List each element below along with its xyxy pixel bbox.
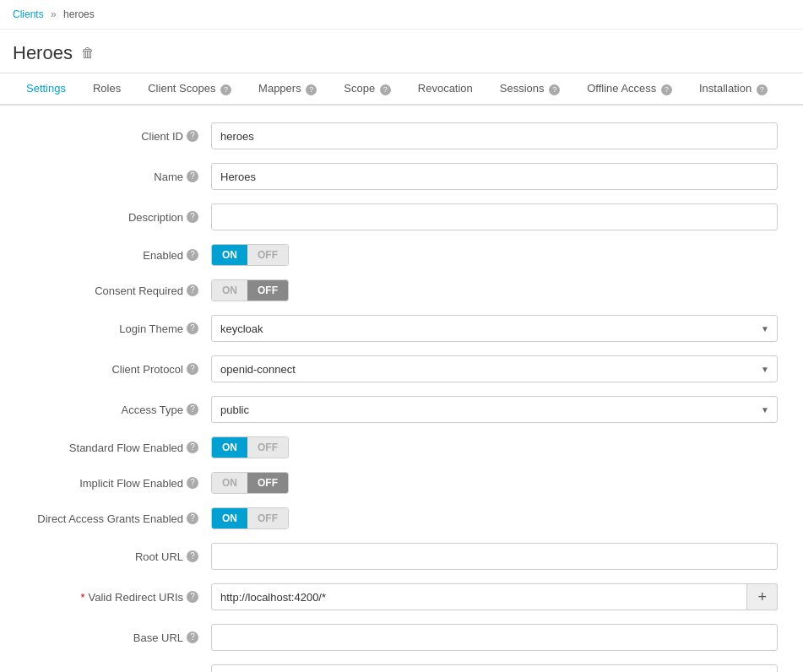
direct-access-toggle-on: ON — [212, 508, 247, 528]
valid-redirect-uris-add-button[interactable]: + — [747, 583, 778, 610]
standard-flow-help-icon[interactable]: ? — [187, 442, 198, 453]
root-url-label: Root URL ? — [25, 550, 211, 563]
name-label: Name ? — [25, 171, 211, 183]
base-url-row: Base URL ? — [25, 624, 778, 651]
valid-redirect-help-icon[interactable]: ? — [187, 591, 198, 603]
standard-flow-toggle[interactable]: ON OFF — [211, 436, 289, 458]
client-protocol-help-icon[interactable]: ? — [187, 363, 198, 375]
implicit-flow-toggle-off: OFF — [247, 473, 288, 493]
offline-access-help-icon: ? — [661, 84, 672, 95]
tab-settings[interactable]: Settings — [13, 73, 79, 106]
client-scopes-help-icon: ? — [220, 84, 231, 95]
description-row: Description ? — [25, 203, 778, 230]
access-type-label: Access Type ? — [25, 404, 211, 416]
client-protocol-label: Client Protocol ? — [25, 363, 211, 376]
page-header: Heroes 🗑 — [0, 30, 803, 73]
client-id-label: Client ID ? — [25, 130, 211, 143]
page-title: Heroes — [13, 42, 73, 64]
breadcrumb-clients-link[interactable]: Clients — [13, 8, 44, 20]
name-input[interactable] — [211, 163, 778, 190]
installation-help-icon: ? — [757, 84, 768, 95]
standard-flow-label: Standard Flow Enabled ? — [25, 442, 211, 454]
consent-required-label: Consent Required ? — [25, 285, 211, 297]
breadcrumb: Clients » heroes — [0, 0, 803, 30]
direct-access-help-icon[interactable]: ? — [187, 512, 198, 524]
valid-redirect-uris-label: * Valid Redirect URIs ? — [25, 591, 211, 604]
standard-flow-row: Standard Flow Enabled ? ON OFF — [25, 436, 778, 458]
client-id-row: Client ID ? — [25, 122, 778, 149]
description-help-icon[interactable]: ? — [187, 211, 198, 223]
access-type-help-icon[interactable]: ? — [187, 404, 198, 415]
consent-required-row: Consent Required ? ON OFF — [25, 279, 778, 301]
access-type-row: Access Type ? public confidential bearer… — [25, 396, 778, 423]
direct-access-toggle[interactable]: ON OFF — [211, 507, 289, 529]
implicit-flow-label: Implicit Flow Enabled ? — [25, 477, 211, 490]
login-theme-select[interactable]: keycloak base none — [211, 315, 778, 342]
implicit-flow-help-icon[interactable]: ? — [187, 477, 198, 489]
tab-revocation[interactable]: Revocation — [404, 73, 486, 106]
tab-roles[interactable]: Roles — [79, 73, 134, 106]
login-theme-help-icon[interactable]: ? — [187, 322, 198, 334]
tab-client-scopes[interactable]: Client Scopes ? — [134, 73, 245, 106]
client-protocol-row: Client Protocol ? openid-connect saml ▼ — [25, 355, 778, 382]
root-url-help-icon[interactable]: ? — [187, 550, 198, 562]
client-protocol-select[interactable]: openid-connect saml — [211, 355, 778, 382]
tab-scope[interactable]: Scope ? — [330, 73, 404, 106]
delete-icon[interactable]: 🗑 — [81, 46, 95, 61]
login-theme-row: Login Theme ? keycloak base none ▼ — [25, 315, 778, 342]
client-id-help-icon[interactable]: ? — [187, 130, 198, 142]
consent-toggle-on: ON — [212, 280, 247, 301]
root-url-input[interactable] — [211, 543, 778, 570]
valid-redirect-uris-row: * Valid Redirect URIs ? + — [25, 583, 778, 610]
access-type-select[interactable]: public confidential bearer-only — [211, 396, 778, 423]
tabs-bar: Settings Roles Client Scopes ? Mappers ?… — [0, 73, 803, 106]
base-url-help-icon[interactable]: ? — [187, 631, 198, 643]
standard-flow-toggle-off: OFF — [247, 437, 288, 458]
tab-offline-access[interactable]: Offline Access ? — [573, 73, 686, 106]
enabled-toggle-off: OFF — [247, 245, 288, 265]
enabled-help-icon[interactable]: ? — [187, 249, 198, 261]
client-id-input[interactable] — [211, 122, 778, 149]
base-url-input[interactable] — [211, 624, 778, 651]
enabled-toggle-on: ON — [212, 245, 247, 265]
tab-sessions[interactable]: Sessions ? — [486, 73, 573, 106]
scope-help-icon: ? — [380, 84, 391, 95]
admin-url-row: Admin URL ? — [25, 664, 778, 672]
implicit-flow-row: Implicit Flow Enabled ? ON OFF — [25, 472, 778, 494]
settings-content: Client ID ? Name ? Description ? Enabled… — [0, 106, 803, 672]
mappers-help-icon: ? — [306, 84, 317, 95]
implicit-flow-toggle[interactable]: ON OFF — [211, 472, 289, 494]
consent-required-toggle[interactable]: ON OFF — [211, 279, 289, 301]
enabled-toggle[interactable]: ON OFF — [211, 244, 289, 266]
name-help-icon[interactable]: ? — [187, 171, 198, 182]
direct-access-label: Direct Access Grants Enabled ? — [25, 512, 211, 525]
admin-url-input[interactable] — [211, 664, 778, 672]
name-row: Name ? — [25, 163, 778, 190]
login-theme-label: Login Theme ? — [25, 322, 211, 335]
direct-access-row: Direct Access Grants Enabled ? ON OFF — [25, 507, 778, 529]
enabled-row: Enabled ? ON OFF — [25, 244, 778, 266]
breadcrumb-separator: » — [51, 8, 57, 20]
consent-toggle-off: OFF — [247, 280, 288, 301]
description-label: Description ? — [25, 211, 211, 224]
root-url-row: Root URL ? — [25, 543, 778, 570]
base-url-label: Base URL ? — [25, 631, 211, 644]
valid-redirect-uris-input[interactable] — [211, 583, 747, 610]
required-asterisk: * — [80, 591, 84, 604]
tab-mappers[interactable]: Mappers ? — [245, 73, 330, 106]
tab-installation[interactable]: Installation ? — [686, 73, 781, 106]
enabled-label: Enabled ? — [25, 249, 211, 262]
consent-required-help-icon[interactable]: ? — [187, 285, 198, 296]
standard-flow-toggle-on: ON — [212, 437, 247, 458]
breadcrumb-current: heroes — [63, 8, 95, 20]
sessions-help-icon: ? — [549, 84, 560, 95]
direct-access-toggle-off: OFF — [247, 508, 288, 528]
description-input[interactable] — [211, 203, 778, 230]
implicit-flow-toggle-on: ON — [212, 473, 247, 493]
